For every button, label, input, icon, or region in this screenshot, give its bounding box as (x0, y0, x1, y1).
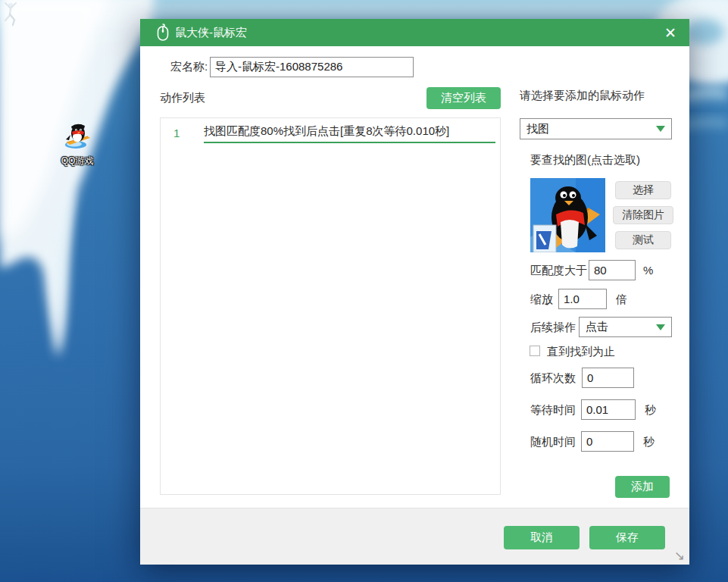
desktop-icon-qq-games[interactable]: QQ游戏 (52, 120, 103, 167)
wallpaper-jumping-figure (0, 0, 21, 29)
wait-input[interactable] (581, 399, 636, 420)
macro-name-input[interactable] (210, 57, 414, 77)
test-button[interactable]: 测试 (615, 231, 671, 249)
random-input[interactable] (581, 431, 634, 452)
wait-unit: 秒 (645, 403, 656, 418)
action-type-dropdown[interactable]: 找图 (520, 118, 672, 139)
action-row-index: 1 (173, 127, 204, 143)
macro-dialog: 鼠大侠-鼠标宏 ✕ 宏名称: 动作列表 清空列表 1 找图匹配度80%找到后点击… (140, 19, 689, 565)
chevron-down-icon (656, 324, 665, 330)
action-type-value: 找图 (526, 122, 549, 136)
followup-dropdown[interactable]: 点击 (579, 317, 672, 337)
followup-label: 后续操作 (530, 321, 576, 335)
match-unit: % (643, 264, 653, 277)
action-list[interactable]: 1 找图匹配度80%找到后点击[重复8次等待0.010秒] (160, 117, 501, 495)
save-button[interactable]: 保存 (589, 526, 665, 549)
cancel-button[interactable]: 取消 (504, 526, 580, 549)
scale-input[interactable] (558, 289, 607, 309)
dialog-titlebar[interactable]: 鼠大侠-鼠标宏 ✕ (140, 19, 689, 46)
wait-label: 等待时间 (530, 403, 576, 418)
resize-handle-icon[interactable]: ↘ (674, 548, 685, 563)
clear-list-button[interactable]: 清空列表 (426, 87, 501, 109)
mouse-app-icon (155, 23, 170, 42)
match-input[interactable] (589, 260, 636, 280)
qq-preview-image (530, 178, 605, 252)
followup-value: 点击 (586, 320, 608, 334)
clear-image-button[interactable]: 清除图片 (613, 206, 673, 224)
image-section-label: 要查找的图(点击选取) (530, 153, 640, 167)
random-label: 随机时间 (530, 435, 576, 449)
until-found-checkbox[interactable] (530, 346, 540, 356)
dialog-title: 鼠大侠-鼠标宏 (175, 26, 247, 40)
match-label: 匹配度大于 (530, 264, 587, 278)
action-list-row[interactable]: 1 找图匹配度80%找到后点击[重复8次等待0.010秒] (161, 118, 500, 143)
until-found-label: 直到找到为止 (547, 345, 615, 359)
scale-label: 缩放 (530, 293, 553, 307)
action-panel-heading: 请选择要添加的鼠标动作 (520, 89, 645, 103)
scale-unit: 倍 (616, 293, 627, 307)
desktop-icon-label: QQ游戏 (52, 155, 103, 167)
random-unit: 秒 (643, 435, 655, 449)
select-image-button[interactable]: 选择 (615, 181, 671, 199)
target-image-preview[interactable] (530, 178, 605, 252)
loop-input[interactable] (582, 368, 634, 388)
dialog-footer: 取消 保存 ↘ (140, 508, 689, 565)
loop-label: 循环次数 (530, 371, 576, 386)
chevron-down-icon (656, 126, 665, 132)
close-icon[interactable]: ✕ (659, 21, 682, 44)
qq-penguin-icon (62, 120, 92, 150)
add-action-button[interactable]: 添加 (615, 476, 670, 498)
action-list-label: 动作列表 (160, 91, 205, 105)
macro-name-label: 宏名称: (170, 60, 208, 74)
action-row-text[interactable]: 找图匹配度80%找到后点击[重复8次等待0.010秒] (204, 124, 495, 143)
